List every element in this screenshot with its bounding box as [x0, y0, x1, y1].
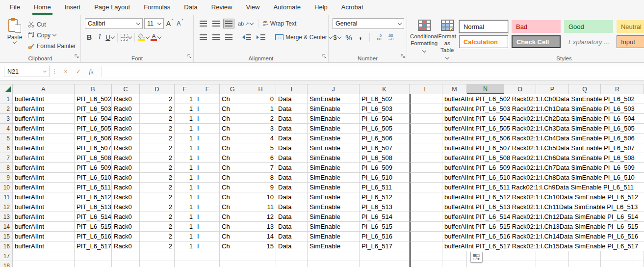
cell-e6[interactable]: 1 — [175, 143, 195, 153]
row-header-18[interactable]: 18 — [0, 261, 13, 267]
cell-g12[interactable]: Ch — [220, 202, 245, 212]
merge-center-button[interactable]: ↔ Merge & Center — [273, 34, 334, 41]
cell-e13[interactable]: 1 — [175, 212, 195, 222]
cell-l15[interactable] — [410, 232, 442, 241]
column-header-e[interactable]: E — [175, 84, 195, 94]
cell-i7[interactable]: Data — [276, 153, 308, 163]
row-header-15[interactable]: 15 — [0, 232, 13, 241]
increase-decimal-button[interactable]: ←0.00 — [374, 32, 383, 42]
orientation-button[interactable]: ab ↗ — [236, 19, 255, 28]
cell-b1[interactable]: PIT_L6_502 — [75, 94, 112, 104]
cell-b18[interactable] — [75, 261, 112, 267]
cell-l16[interactable] — [410, 241, 442, 251]
column-header-k[interactable]: K — [360, 84, 410, 94]
cell-k4[interactable]: PI_L6_505 — [360, 124, 410, 134]
paste-options-icon[interactable] — [470, 252, 483, 263]
row-header-6[interactable]: 6 — [0, 143, 13, 153]
cell-e14[interactable]: 1 — [175, 222, 195, 232]
cell-l12[interactable] — [410, 202, 442, 212]
cell-d13[interactable]: 2 — [140, 212, 175, 222]
cell-d3[interactable]: 2 — [140, 114, 175, 124]
cell-m7[interactable]: bufferAIInt PIT_L6_508 Rack02:1:I.Ch6Dat… — [442, 153, 644, 163]
cell-e5[interactable]: 1 — [175, 134, 195, 143]
cell-g5[interactable]: Ch — [220, 134, 245, 143]
cell-d6[interactable]: 2 — [140, 143, 175, 153]
row-header-10[interactable]: 10 — [0, 183, 13, 192]
tab-home[interactable]: Home — [27, 0, 58, 15]
cell-c15[interactable]: Rack0 — [112, 232, 140, 241]
cell-g2[interactable]: Ch — [220, 104, 245, 114]
cell-l3[interactable] — [410, 114, 442, 124]
cell-e18[interactable] — [175, 261, 195, 267]
cell-c1[interactable]: Rack0 — [112, 94, 140, 104]
increase-indent-button[interactable] — [255, 32, 267, 42]
column-header-r[interactable]: R — [601, 84, 634, 94]
cell-f6[interactable]: I — [195, 143, 220, 153]
cell-a1[interactable]: bufferAIInt — [13, 94, 75, 104]
align-right-button[interactable] — [223, 32, 234, 42]
cell-e15[interactable]: 1 — [175, 232, 195, 241]
cell-d17[interactable] — [140, 251, 175, 261]
cell-d7[interactable]: 2 — [140, 153, 175, 163]
borders-button[interactable] — [121, 32, 131, 42]
cell-a10[interactable]: bufferAIInt — [13, 183, 75, 192]
cell-i18[interactable] — [276, 261, 308, 267]
cell-h17[interactable] — [245, 251, 276, 261]
cell-p18[interactable] — [536, 261, 569, 267]
cell-h10[interactable]: 9 — [245, 183, 276, 192]
cell-h3[interactable]: 2 — [245, 114, 276, 124]
column-header-c[interactable]: C — [112, 84, 140, 94]
cell-o17[interactable] — [504, 251, 536, 261]
cell-p17[interactable] — [536, 251, 569, 261]
cell-i4[interactable]: Data — [276, 124, 308, 134]
cell-f7[interactable]: I — [195, 153, 220, 163]
cell-j12[interactable]: SimEnable — [308, 202, 360, 212]
cell-k7[interactable]: PI_L6_508 — [360, 153, 410, 163]
cell-g6[interactable]: Ch — [220, 143, 245, 153]
cell-g17[interactable] — [220, 251, 245, 261]
cell-k10[interactable]: PI_L6_511 — [360, 183, 410, 192]
cell-d16[interactable]: 2 — [140, 241, 175, 251]
cell-d4[interactable]: 2 — [140, 124, 175, 134]
cell-o18[interactable] — [504, 261, 536, 267]
cell-c6[interactable]: Rack0 — [112, 143, 140, 153]
cell-k6[interactable]: PI_L6_507 — [360, 143, 410, 153]
cell-d8[interactable]: 2 — [140, 163, 175, 173]
cell-k12[interactable]: PI_L6_513 — [360, 202, 410, 212]
cell-f10[interactable]: I — [195, 183, 220, 192]
style-input[interactable]: Input — [617, 35, 644, 48]
cell-r17[interactable] — [601, 251, 634, 261]
column-header-g[interactable]: G — [220, 84, 245, 94]
row-header-5[interactable]: 5 — [0, 134, 13, 143]
wrap-text-button[interactable]: ab c↩ Wrap Text — [261, 20, 299, 27]
cell-e9[interactable]: 1 — [175, 173, 195, 183]
cell-e1[interactable]: 1 — [175, 94, 195, 104]
cell-a7[interactable]: bufferAIInt — [13, 153, 75, 163]
cell-q17[interactable] — [569, 251, 601, 261]
cell-c4[interactable]: Rack0 — [112, 124, 140, 134]
cell-h5[interactable]: 4 — [245, 134, 276, 143]
cell-c7[interactable]: Rack0 — [112, 153, 140, 163]
cell-f5[interactable]: I — [195, 134, 220, 143]
conditional-formatting-button[interactable]: Conditional Formatting — [410, 17, 438, 54]
cell-k8[interactable]: PI_L6_509 — [360, 163, 410, 173]
cell-i9[interactable]: Data — [276, 173, 308, 183]
row-header-11[interactable]: 11 — [0, 192, 13, 202]
cell-c11[interactable]: Rack0 — [112, 192, 140, 202]
cell-i10[interactable]: Data — [276, 183, 308, 192]
cell-c8[interactable]: Rack0 — [112, 163, 140, 173]
accounting-format-button[interactable]: $ — [333, 32, 341, 42]
percent-style-button[interactable]: % — [344, 32, 353, 42]
cell-g13[interactable]: Ch — [220, 212, 245, 222]
cell-m3[interactable]: bufferAIInt PIT_L6_504 Rack02:1:I.Ch2Dat… — [442, 114, 644, 124]
decrease-decimal-button[interactable]: .00→0 — [386, 32, 395, 42]
style-bad[interactable]: Bad — [512, 20, 561, 33]
cell-j15[interactable]: SimEnable — [308, 232, 360, 241]
cell-i3[interactable]: Data — [276, 114, 308, 124]
cell-a2[interactable]: bufferAIInt — [13, 104, 75, 114]
name-box[interactable]: N21 — [4, 66, 50, 77]
cell-f17[interactable] — [195, 251, 220, 261]
cell-j3[interactable]: SimEnable — [308, 114, 360, 124]
format-painter-button[interactable]: Format Painter — [26, 41, 77, 51]
cell-e7[interactable]: 1 — [175, 153, 195, 163]
